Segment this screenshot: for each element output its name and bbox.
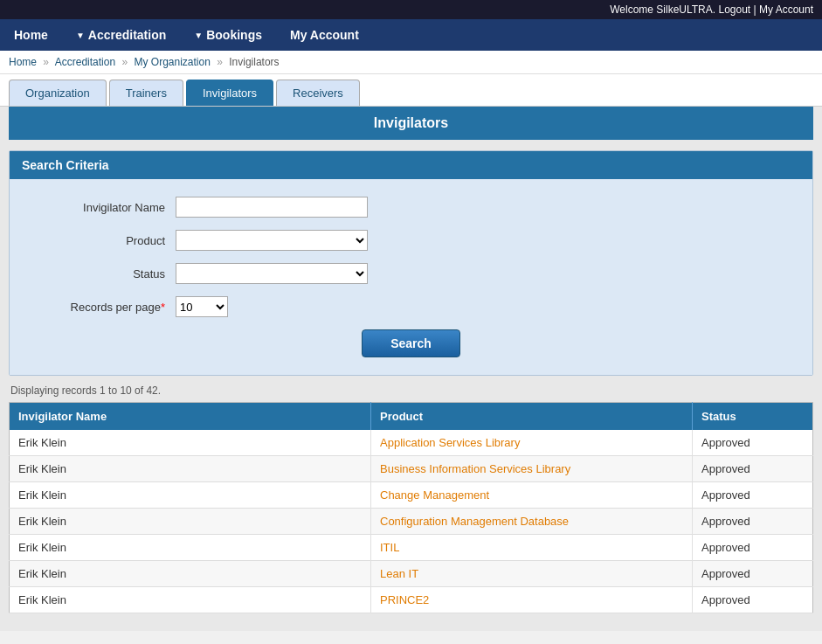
invigilator-name-label: Invigilator Name: [36, 201, 176, 214]
table-row: Erik KleinPRINCE2Approved: [10, 587, 813, 613]
records-per-page-row: Records per page* 10 25 50 100: [36, 296, 786, 317]
invigilator-name-input[interactable]: [176, 197, 368, 218]
table-header-row: Invigilator Name Product Status: [10, 403, 813, 431]
status-select[interactable]: [176, 263, 368, 284]
cell-status: Approved: [693, 509, 813, 535]
search-criteria-body: Invigilator Name Product Status: [10, 179, 812, 375]
table-row: Erik KleinBusiness Information Services …: [10, 456, 813, 482]
status-row: Status: [36, 263, 786, 284]
col-header-name: Invigilator Name: [10, 403, 371, 431]
cell-name: Erik Klein: [10, 456, 371, 482]
cell-product[interactable]: Application Services Library: [371, 430, 693, 456]
cell-status: Approved: [693, 535, 813, 561]
cell-product[interactable]: PRINCE2: [371, 587, 693, 613]
cell-product[interactable]: Configuration Management Database: [371, 509, 693, 535]
table-row: Erik KleinLean ITApproved: [10, 561, 813, 587]
welcome-text: Welcome SilkeULTRA. Logout |: [610, 3, 756, 16]
nav-home[interactable]: Home: [0, 19, 62, 51]
search-button[interactable]: Search: [362, 329, 460, 357]
tab-bar: Organization Trainers Invigilators Recei…: [0, 74, 822, 107]
breadcrumb-my-organization[interactable]: My Organization: [134, 56, 210, 68]
cell-product[interactable]: Business Information Services Library: [371, 456, 693, 482]
breadcrumb: Home » Accreditation » My Organization »…: [0, 51, 822, 74]
search-button-row: Search: [36, 329, 786, 357]
table-row: Erik KleinITILApproved: [10, 535, 813, 561]
cell-product[interactable]: ITIL: [371, 535, 693, 561]
tab-trainers[interactable]: Trainers: [109, 80, 183, 106]
breadcrumb-home[interactable]: Home: [9, 56, 37, 68]
nav-accreditation[interactable]: ▼ Accreditation: [62, 19, 180, 51]
table-body: Erik KleinApplication Services LibraryAp…: [10, 430, 813, 613]
cell-product[interactable]: Change Management: [371, 482, 693, 509]
tab-organization[interactable]: Organization: [9, 80, 107, 106]
cell-name: Erik Klein: [10, 430, 371, 456]
cell-name: Erik Klein: [10, 482, 371, 509]
page-content: Invigilators Search Criteria Invigilator…: [0, 107, 822, 631]
cell-product[interactable]: Lean IT: [371, 561, 693, 587]
col-header-product: Product: [371, 403, 693, 431]
table-row: Erik KleinConfiguration Management Datab…: [10, 509, 813, 535]
records-info: Displaying records 1 to 10 of 42.: [10, 384, 812, 397]
cell-status: Approved: [693, 561, 813, 587]
nav-bookings[interactable]: ▼ Bookings: [180, 19, 276, 51]
caret-icon: ▼: [194, 31, 203, 40]
caret-icon: ▼: [76, 31, 85, 40]
page-title: Invigilators: [9, 107, 813, 140]
breadcrumb-current: Invigilators: [229, 56, 279, 68]
col-header-status: Status: [693, 403, 813, 431]
records-per-page-label: Records per page*: [36, 301, 176, 314]
results-table: Invigilator Name Product Status Erik Kle…: [9, 402, 813, 613]
product-row: Product: [36, 230, 786, 251]
main-navigation: Home ▼ Accreditation ▼ Bookings My Accou…: [0, 19, 822, 51]
cell-status: Approved: [693, 482, 813, 509]
cell-status: Approved: [693, 456, 813, 482]
product-select[interactable]: [176, 230, 368, 251]
search-criteria-header: Search Criteria: [10, 151, 812, 179]
records-per-page-select[interactable]: 10 25 50 100: [176, 296, 228, 317]
cell-name: Erik Klein: [10, 509, 371, 535]
product-label: Product: [36, 234, 176, 247]
cell-status: Approved: [693, 430, 813, 456]
invigilator-name-row: Invigilator Name: [36, 197, 786, 218]
status-label: Status: [36, 267, 176, 280]
nav-my-account[interactable]: My Account: [276, 19, 373, 51]
breadcrumb-accreditation[interactable]: Accreditation: [55, 56, 115, 68]
my-account-link[interactable]: My Account: [759, 3, 813, 16]
cell-name: Erik Klein: [10, 561, 371, 587]
tab-invigilators[interactable]: Invigilators: [186, 80, 273, 106]
cell-status: Approved: [693, 587, 813, 613]
tab-receivers[interactable]: Receivers: [276, 80, 360, 106]
results-table-wrapper: Invigilator Name Product Status Erik Kle…: [9, 402, 813, 613]
top-bar: Welcome SilkeULTRA. Logout | My Account: [0, 0, 822, 19]
cell-name: Erik Klein: [10, 535, 371, 561]
table-row: Erik KleinApplication Services LibraryAp…: [10, 430, 813, 456]
cell-name: Erik Klein: [10, 587, 371, 613]
table-row: Erik KleinChange ManagementApproved: [10, 482, 813, 509]
search-criteria-box: Search Criteria Invigilator Name Product…: [9, 150, 813, 376]
